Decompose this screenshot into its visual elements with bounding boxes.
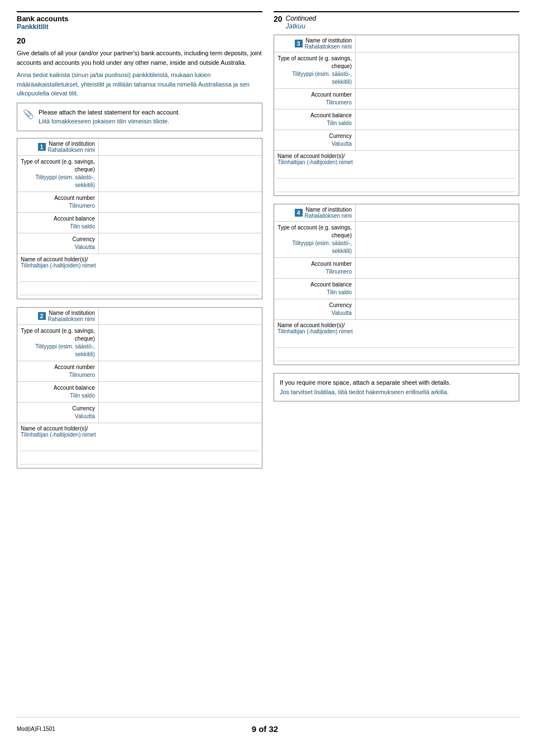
account-1-holder-label-fi: Tilinhaltijan (-haltijoiden) nimet: [21, 262, 259, 269]
account-1-row-1: Type of account (e.g. savings, cheque) T…: [17, 156, 262, 192]
account-2-input-3[interactable]: [98, 382, 262, 402]
account-1-input-4[interactable]: [98, 233, 262, 253]
account-2-badge-wrap: 2 Name of institution Rahalaitoksen nimi: [17, 308, 98, 324]
account-block-2: 2 Name of institution Rahalaitoksen nimi…: [17, 307, 262, 468]
account-3-label-fi-0: Rahalaitoksen nimi: [305, 44, 352, 50]
account-1-row-4: Currency Valuutta: [17, 233, 262, 254]
note-text-wrap: Please attach the latest statement for e…: [39, 108, 180, 126]
account-2-holder-input-1[interactable]: [21, 440, 259, 451]
account-1-holder-input-1[interactable]: [21, 271, 259, 282]
account-2-name-row: 2 Name of institution Rahalaitoksen nimi: [17, 308, 262, 325]
account-2-row-3: Account balance Tilin saldo: [17, 382, 262, 403]
account-block-4: 4 Name of institution Rahalaitoksen nimi…: [274, 204, 519, 365]
account-3-badge: 3: [295, 40, 303, 47]
account-2-row-1: Type of account (e.g. savings, cheque) T…: [17, 325, 262, 361]
account-1-badge-wrap: 1 Name of institution Rahalaitoksen nimi: [17, 138, 98, 155]
account-3-label-3: Account balance Tilin saldo: [274, 109, 355, 130]
extra-space-box: If you require more space, attach a sepa…: [274, 373, 519, 401]
account-4-holder-label-en: Name of account holder(s)/: [277, 322, 515, 328]
account-3-input-4[interactable]: [355, 130, 519, 150]
account-1-row-2: Account number Tilinumero: [17, 192, 262, 213]
account-1-holder-input-2[interactable]: [21, 284, 259, 295]
account-2-input-1[interactable]: [98, 325, 262, 361]
account-4-input-0[interactable]: [355, 205, 519, 221]
page-footer: Mod(iA)FI.1501 9 of 32: [17, 717, 519, 734]
account-2-badge: 2: [38, 312, 46, 320]
account-1-input-2[interactable]: [98, 192, 262, 212]
account-2-holder-label-en: Name of account holder(s)/: [21, 425, 259, 432]
account-4-input-1[interactable]: [355, 222, 519, 257]
account-2-input-2[interactable]: [98, 361, 262, 381]
account-3-holder-label-en: Name of account holder(s)/: [277, 153, 515, 159]
account-3-holder-input-2[interactable]: [277, 181, 515, 192]
account-2-label-4: Currency Valuutta: [17, 403, 98, 423]
account-3-input-3[interactable]: [355, 109, 519, 130]
account-4-label-en-0: Name of institution: [305, 207, 352, 213]
account-4-row-1: Type of account (e.g. savings, cheque) T…: [274, 222, 519, 258]
account-3-holder-input-1[interactable]: [277, 168, 515, 179]
account-1-label-4: Currency Valuutta: [17, 233, 98, 253]
account-1-label-1: Type of account (e.g. savings, cheque) T…: [17, 156, 98, 192]
account-3-label-2: Account number Tilinumero: [274, 89, 355, 109]
main-content: Bank accounts Pankkitilit 20 Give detail…: [17, 11, 519, 717]
account-4-input-4[interactable]: [355, 299, 519, 319]
left-column: Bank accounts Pankkitilit 20 Give detail…: [17, 11, 262, 717]
note-box: 📎 Please attach the latest statement for…: [17, 103, 262, 131]
right-continued-wrap: Continued Jatkuu: [286, 15, 317, 30]
account-3-input-0[interactable]: [355, 36, 519, 51]
account-2-input-0[interactable]: [98, 308, 262, 324]
account-3-holder-label-fi: Tilinhaltijan (-haltijoiden) nimet: [277, 159, 515, 165]
account-2-label-1: Type of account (e.g. savings, cheque) T…: [17, 325, 98, 361]
account-4-holder-section: Name of account holder(s)/ Tilinhaltijan…: [274, 320, 519, 365]
account-1-holder-label-en: Name of account holder(s)/: [21, 256, 259, 262]
account-1-row-3: Account balance Tilin saldo: [17, 213, 262, 233]
section-header: Bank accounts Pankkitilit: [17, 11, 262, 31]
account-4-holder-input-2[interactable]: [277, 350, 515, 361]
account-2-label-en-0: Name of institution: [48, 310, 95, 316]
account-1-badge: 1: [38, 143, 46, 151]
question-text-en: Give details of all your (and/or your pa…: [17, 49, 262, 67]
account-2-input-4[interactable]: [98, 403, 262, 423]
right-continued-fi: Jatkuu: [286, 22, 317, 30]
account-3-row-2: Account number Tilinumero: [274, 89, 519, 109]
account-1-holder-section: Name of account holder(s)/ Tilinhaltijan…: [17, 254, 262, 299]
question-text-fi: Anna tiedot kaikista (sinun ja/tai puoli…: [17, 70, 262, 98]
account-1-input-3[interactable]: [98, 213, 262, 233]
page-indicator: 9 of 32: [252, 724, 279, 734]
account-3-row-3: Account balance Tilin saldo: [274, 109, 519, 130]
account-1-label-en-0: Name of institution: [48, 141, 95, 147]
account-3-input-1[interactable]: [355, 52, 519, 88]
question-number-left: 20: [17, 36, 262, 45]
account-4-input-2[interactable]: [355, 258, 519, 278]
account-4-label-2: Account number Tilinumero: [274, 258, 355, 278]
right-section-header: 20 Continued Jatkuu: [274, 11, 519, 30]
account-4-label-4: Currency Valuutta: [274, 299, 355, 319]
account-block-1: 1 Name of institution Rahalaitoksen nimi…: [17, 138, 262, 299]
account-3-label-en-0: Name of institution: [305, 37, 352, 44]
account-block-3: 3 Name of institution Rahalaitoksen nimi…: [274, 35, 519, 196]
account-2-label-fi-0: Rahalaitoksen nimi: [48, 316, 95, 322]
account-2-label-2: Account number Tilinumero: [17, 361, 98, 381]
account-3-holder-section: Name of account holder(s)/ Tilinhaltijan…: [274, 151, 519, 195]
page-container: Bank accounts Pankkitilit 20 Give detail…: [0, 0, 536, 756]
account-2-holder-input-2[interactable]: [21, 453, 259, 465]
account-1-name-row: 1 Name of institution Rahalaitoksen nimi: [17, 138, 262, 156]
account-3-row-1: Type of account (e.g. savings, cheque) T…: [274, 52, 519, 89]
account-4-holder-label-fi: Tilinhaltijan (-haltijoiden) nimet: [277, 328, 515, 334]
footer-code: Mod(iA)FI.1501: [17, 726, 55, 732]
account-1-input-1[interactable]: [98, 156, 262, 192]
account-4-input-3[interactable]: [355, 279, 519, 299]
right-column: 20 Continued Jatkuu 3 Name of institutio…: [274, 11, 519, 717]
note-text-fi: Liitä lomakkeeseen jokaisen tilin viimei…: [39, 117, 180, 126]
account-4-label-1: Type of account (e.g. savings, cheque) T…: [274, 222, 355, 257]
note-text-en: Please attach the latest statement for e…: [39, 108, 180, 117]
account-2-row-4: Currency Valuutta: [17, 403, 262, 423]
account-3-input-2[interactable]: [355, 89, 519, 109]
account-1-input-0[interactable]: [98, 139, 262, 155]
account-1-label-fi-0: Rahalaitoksen nimi: [48, 147, 95, 153]
extra-space-text-en: If you require more space, attach a sepa…: [280, 378, 513, 387]
account-2-row-2: Account number Tilinumero: [17, 361, 262, 382]
account-4-badge-wrap: 4 Name of institution Rahalaitoksen nimi: [274, 204, 355, 221]
section-title-en: Bank accounts: [17, 15, 262, 23]
account-4-holder-input-1[interactable]: [277, 337, 515, 348]
